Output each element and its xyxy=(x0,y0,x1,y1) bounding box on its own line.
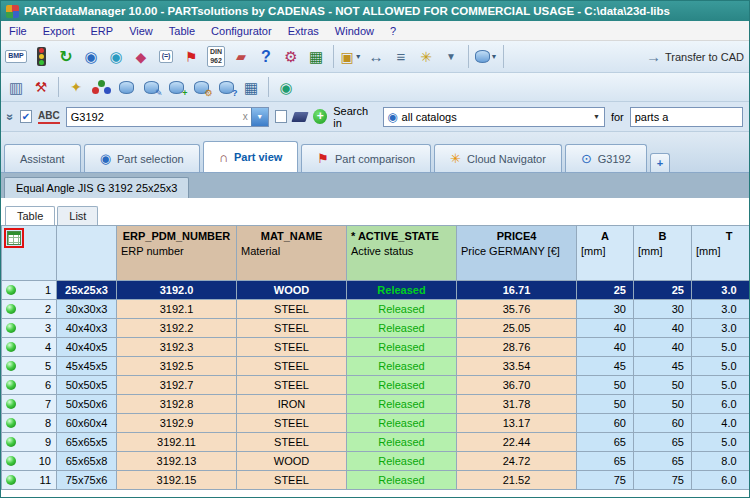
column-header-b[interactable]: B[mm] xyxy=(634,226,692,281)
cell-erp[interactable]: 3192.5 xyxy=(117,357,237,376)
cell-t[interactable]: 8.0 xyxy=(692,452,750,471)
cell-num[interactable]: 11 xyxy=(2,471,57,490)
menu-item-file[interactable]: File xyxy=(1,22,35,40)
search-query-combobox[interactable]: G3192 x ▼ xyxy=(66,107,269,127)
cell-size[interactable]: 60x60x4 xyxy=(57,414,117,433)
menu-item-window[interactable]: Window xyxy=(327,22,382,40)
cell-erp[interactable]: 3192.15 xyxy=(117,471,237,490)
database-add-icon[interactable]: + xyxy=(164,75,188,99)
cell-mat[interactable]: IRON xyxy=(237,395,347,414)
cell-active[interactable]: Released xyxy=(347,376,457,395)
export-bmp-icon[interactable]: BMP xyxy=(4,45,28,69)
cell-mat[interactable]: STEEL xyxy=(237,433,347,452)
cell-erp[interactable]: 3192.13 xyxy=(117,452,237,471)
cell-size[interactable]: 50x50x6 xyxy=(57,395,117,414)
menu-item-configurator[interactable]: Configurator xyxy=(203,22,280,40)
cell-a[interactable]: 60 xyxy=(577,414,634,433)
chevron-down-icon[interactable]: ▼ xyxy=(589,113,604,120)
cell-price[interactable]: 33.54 xyxy=(457,357,577,376)
cell-num[interactable]: 2 xyxy=(2,300,57,319)
cell-t[interactable]: 3.0 xyxy=(692,281,750,300)
stamp-icon[interactable]: ▰ xyxy=(229,45,253,69)
database-roles-icon[interactable]: ✎ xyxy=(139,75,163,99)
cell-mat[interactable]: STEEL xyxy=(237,471,347,490)
cell-b[interactable]: 60 xyxy=(634,414,692,433)
globe-icon[interactable]: ◉ xyxy=(79,45,103,69)
cell-a[interactable]: 45 xyxy=(577,357,634,376)
column-header-active[interactable]: * ACTIVE_STATEActive status xyxy=(347,226,457,281)
cell-num[interactable]: 4 xyxy=(2,338,57,357)
magic-wand-icon[interactable]: ✳ xyxy=(414,45,438,69)
cell-a[interactable]: 75 xyxy=(577,471,634,490)
cell-active[interactable]: Released xyxy=(347,300,457,319)
search-query-value[interactable]: G3192 xyxy=(67,111,240,123)
cell-b[interactable]: 50 xyxy=(634,376,692,395)
cell-t[interactable]: 6.0 xyxy=(692,395,750,414)
measure-icon[interactable]: ↔ xyxy=(364,45,388,69)
column-header-t[interactable]: T[mm] xyxy=(692,226,750,281)
menu-item-help[interactable]: ? xyxy=(382,22,404,40)
cell-num[interactable]: 7 xyxy=(2,395,57,414)
cell-a[interactable]: 25 xyxy=(577,281,634,300)
cell-mat[interactable]: WOOD xyxy=(237,452,347,471)
cell-mat[interactable]: STEEL xyxy=(237,357,347,376)
view-tab-list[interactable]: List xyxy=(57,206,98,225)
keys-icon[interactable]: ✦ xyxy=(64,75,88,99)
cell-a[interactable]: 50 xyxy=(577,395,634,414)
cell-t[interactable]: 5.0 xyxy=(692,357,750,376)
render-mode-icon[interactable]: ▣▼ xyxy=(339,45,363,69)
cell-active[interactable]: Released xyxy=(347,319,457,338)
screw-tool-icon[interactable]: ⚒ xyxy=(29,75,53,99)
cell-mat[interactable]: STEEL xyxy=(237,338,347,357)
column-header-price[interactable]: PRICE4Price GERMANY [€] xyxy=(457,226,577,281)
cell-b[interactable]: 40 xyxy=(634,319,692,338)
settings-gear-icon[interactable]: ⚙ xyxy=(279,45,303,69)
cell-b[interactable]: 25 xyxy=(634,281,692,300)
table-grid-icon[interactable] xyxy=(7,231,21,245)
cell-mat[interactable]: STEEL xyxy=(237,376,347,395)
cell-num[interactable]: 3 xyxy=(2,319,57,338)
dropdown-arrow-icon[interactable]: ▼ xyxy=(355,53,362,60)
tab-part-view[interactable]: ∩Part view xyxy=(203,141,299,172)
filter-checkbox[interactable] xyxy=(275,110,287,123)
dropdown-arrow-icon[interactable]: ▼ xyxy=(491,53,498,60)
more-dropdown-icon[interactable]: ▼ xyxy=(439,45,463,69)
cell-price[interactable]: 22.44 xyxy=(457,433,577,452)
cell-b[interactable]: 30 xyxy=(634,300,692,319)
cell-size[interactable]: 50x50x5 xyxy=(57,376,117,395)
cell-active[interactable]: Released xyxy=(347,281,457,300)
cell-price[interactable]: 31.78 xyxy=(457,395,577,414)
cell-mat[interactable]: WOOD xyxy=(237,281,347,300)
cell-t[interactable]: 3.0 xyxy=(692,319,750,338)
globe-edit-icon[interactable]: ◉ xyxy=(274,75,298,99)
cell-mat[interactable]: STEEL xyxy=(237,300,347,319)
cell-erp[interactable]: 3192.11 xyxy=(117,433,237,452)
cell-price[interactable]: 36.70 xyxy=(457,376,577,395)
tab-assistant[interactable]: Assistant xyxy=(4,144,81,172)
cell-b[interactable]: 45 xyxy=(634,357,692,376)
tab-g3192-search[interactable]: ⊙G3192 xyxy=(565,144,647,172)
cell-num[interactable]: 9 xyxy=(2,433,57,452)
help-icon[interactable]: ? xyxy=(254,45,278,69)
database-settings-icon[interactable]: ⚙ xyxy=(189,75,213,99)
column-header-a[interactable]: A[mm] xyxy=(577,226,634,281)
part-3d-icon[interactable]: ▼ xyxy=(474,45,498,69)
cell-a[interactable]: 65 xyxy=(577,452,634,471)
new-tab-button[interactable]: + xyxy=(650,153,670,172)
cell-t[interactable]: 5.0 xyxy=(692,433,750,452)
cell-a[interactable]: 50 xyxy=(577,376,634,395)
tab-part-comparison[interactable]: ⚑Part comparison xyxy=(301,144,431,172)
catalog-combobox[interactable]: ◉ all catalogs ▼ xyxy=(383,107,605,127)
cell-size[interactable]: 25x25x3 xyxy=(57,281,117,300)
globe-save-icon[interactable]: ◉ xyxy=(104,45,128,69)
cell-price[interactable]: 16.71 xyxy=(457,281,577,300)
excel-export-icon[interactable]: ▦ xyxy=(304,45,328,69)
column-header-mat[interactable]: MAT_NAMEMaterial xyxy=(237,226,347,281)
cell-b[interactable]: 65 xyxy=(634,433,692,452)
cell-a[interactable]: 40 xyxy=(577,338,634,357)
cell-erp[interactable]: 3192.1 xyxy=(117,300,237,319)
cell-a[interactable]: 65 xyxy=(577,433,634,452)
abc-search-checkbox[interactable]: ✔ xyxy=(20,110,32,123)
cell-price[interactable]: 25.05 xyxy=(457,319,577,338)
database-help-icon[interactable]: ? xyxy=(214,75,238,99)
